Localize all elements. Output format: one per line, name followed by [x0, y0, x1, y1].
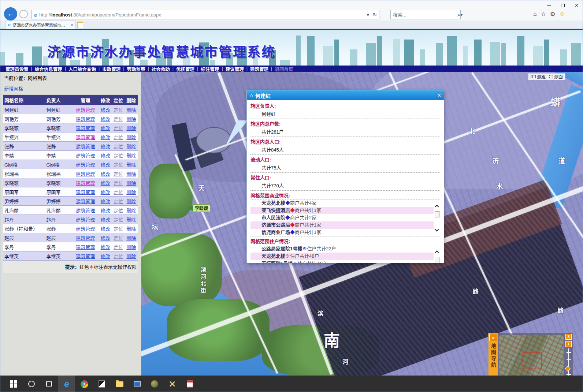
modify-link[interactable]: 修改 — [101, 226, 110, 232]
scroll-up-icon[interactable] — [435, 250, 439, 254]
modify-link[interactable]: 修改 — [101, 162, 110, 168]
chrome-taskbar-icon[interactable] — [76, 376, 93, 392]
feedback-smiley-icon[interactable]: ☺ — [559, 11, 565, 18]
back-button[interactable]: ← — [4, 7, 17, 20]
modify-link[interactable]: 修改 — [101, 171, 110, 177]
devices-taskbar-icon[interactable] — [129, 376, 145, 392]
new-tab-button[interactable] — [77, 22, 83, 28]
building-manage-link[interactable]: 建筑管理 — [76, 217, 95, 223]
home-icon[interactable]: ⌂ — [533, 11, 537, 18]
locate-link[interactable]: 定位 — [114, 171, 123, 177]
popup-list-item[interactable]: 天坛医院1号楼※住户共计31户 — [250, 260, 434, 263]
locate-link[interactable]: 定位 — [114, 116, 123, 122]
tab-close-icon[interactable]: × — [71, 22, 73, 27]
modify-link[interactable]: 修改 — [101, 190, 110, 195]
modify-link[interactable]: 修改 — [101, 126, 110, 131]
maximize-button[interactable] — [561, 4, 565, 7]
search-input[interactable] — [393, 12, 457, 18]
modify-link[interactable]: 修改 — [101, 153, 110, 158]
autocomplete-dropdown-icon[interactable]: ▾ — [367, 12, 370, 18]
forward-button[interactable]: → — [19, 10, 28, 18]
nav-item-0[interactable]: 管理员设置 — [4, 66, 30, 72]
nav-item-1[interactable]: 综合信息管理 — [33, 66, 64, 72]
scroll-down-icon[interactable] — [435, 227, 439, 231]
delete-link[interactable]: 删除 — [126, 235, 136, 241]
popup-list-item[interactable]: 亚飞快捷酒店◆商户共计1家 — [250, 207, 434, 214]
measure-distance-button[interactable]: 测距 — [531, 74, 546, 80]
locate-link[interactable]: 定位 — [114, 199, 123, 204]
locate-link[interactable]: 定位 — [114, 217, 123, 223]
delete-link[interactable]: 删除 — [126, 107, 136, 113]
scroll-thumb[interactable] — [435, 257, 439, 263]
nav-item-6[interactable]: 优抚管理 — [175, 66, 196, 72]
minimap-viewport-rect[interactable] — [523, 352, 542, 369]
building-manage-link[interactable]: 建筑管理 — [76, 135, 95, 140]
nav-item-9[interactable]: 建筑管理 — [249, 66, 270, 72]
nav-item-4[interactable]: 劳动监察 — [126, 66, 147, 72]
delete-link[interactable]: 删除 — [126, 126, 136, 131]
locate-link[interactable]: 定位 — [114, 235, 123, 241]
scroll-up-icon[interactable] — [435, 205, 439, 209]
address-bar[interactable]: e http://localhost:88/admin/popedom/Pope… — [31, 10, 379, 19]
map-marker[interactable]: 李晓颖 — [188, 204, 210, 212]
building-manage-link[interactable]: 建筑管理 — [76, 153, 95, 158]
modify-link[interactable]: 修改 — [101, 180, 110, 186]
search-icon[interactable]: ⌕ — [457, 11, 461, 18]
start-taskbar-icon[interactable] — [5, 376, 22, 392]
locate-link[interactable]: 定位 — [114, 126, 123, 131]
delete-link[interactable]: 删除 — [126, 199, 136, 204]
nav-item-2[interactable]: 人口综合查询 — [67, 66, 97, 72]
delete-link[interactable]: 删除 — [126, 244, 136, 250]
locate-link[interactable]: 定位 — [114, 162, 123, 168]
locate-link[interactable]: 定位 — [114, 190, 123, 195]
building-manage-link[interactable]: 建筑管理 — [76, 107, 95, 113]
locate-link[interactable]: 定位 — [114, 244, 123, 250]
modify-link[interactable]: 修改 — [101, 244, 110, 250]
building-manage-link[interactable]: 建筑管理 — [76, 235, 95, 241]
locate-link[interactable]: 定位 — [114, 208, 123, 213]
modify-link[interactable]: 修改 — [101, 144, 110, 149]
popup-list-item[interactable]: 公路局家属院1号楼※住户共计22户 — [250, 245, 434, 253]
delete-link[interactable]: 删除 — [126, 153, 136, 158]
popup-list-item[interactable]: 天龙苑北楼◆商户共计4家 — [250, 199, 434, 207]
modify-link[interactable]: 修改 — [101, 135, 110, 140]
locate-link[interactable]: 定位 — [114, 135, 123, 140]
locate-link[interactable]: 定位 — [114, 226, 123, 232]
delete-link[interactable]: 删除 — [126, 171, 136, 177]
search-dropdown-icon[interactable]: ▾ — [461, 13, 463, 17]
minimize-button[interactable] — [547, 5, 551, 6]
modify-link[interactable]: 修改 — [101, 116, 110, 122]
nav-item-5[interactable]: 社会救助 — [150, 66, 171, 72]
add-grid-link[interactable]: 新增网格 — [4, 86, 23, 92]
popup-list-item[interactable]: 天龙苑北楼※住户共计48户 — [250, 253, 434, 260]
browser-tab[interactable]: e 济源市济水办事处智慧城市… × — [5, 20, 76, 29]
scroll-thumb[interactable] — [435, 211, 439, 217]
building-manage-link[interactable]: 建筑管理 — [76, 244, 95, 250]
nav-item-7[interactable]: 标注管理 — [199, 66, 220, 72]
modify-link[interactable]: 修改 — [101, 208, 110, 213]
delete-link[interactable]: 删除 — [126, 254, 136, 259]
minimap-image[interactable] — [499, 335, 564, 376]
building-manage-link[interactable]: 建筑管理 — [76, 144, 95, 149]
delete-link[interactable]: 删除 — [126, 217, 136, 223]
popup-list-item[interactable]: 济源市公路局◆商户共计1家 — [250, 221, 434, 229]
building-manage-link[interactable]: 建筑管理 — [76, 199, 95, 204]
notepad-taskbar-icon[interactable] — [93, 376, 110, 392]
building-manage-link[interactable]: 建筑管理 — [76, 208, 95, 213]
building-manage-link[interactable]: 建筑管理 — [76, 180, 95, 186]
map-canvas[interactable]: 蟒天坛滨河北街滨河南济水道路路北 测距 测面 李晓颖 ⌂ 何建红 × 辖区负责人… — [141, 72, 583, 376]
popup-list-item[interactable]: 信尧商业广场◆商户共计1家 — [250, 229, 434, 236]
delete-link[interactable]: 删除 — [126, 208, 136, 213]
zoom-slider-knob[interactable] — [565, 366, 571, 372]
document-red-taskbar-icon[interactable] — [181, 376, 198, 392]
game-taskbar-icon[interactable] — [146, 376, 163, 392]
delete-link[interactable]: 删除 — [126, 144, 136, 149]
delete-link[interactable]: 删除 — [126, 116, 136, 122]
file-explorer-taskbar-icon[interactable] — [111, 376, 128, 392]
search-box[interactable]: ⌕ ▾ — [390, 10, 461, 19]
delete-link[interactable]: 删除 — [126, 180, 136, 186]
nav-item-8[interactable]: 建议管理 — [224, 66, 245, 72]
nav-item-3[interactable]: 市政管理 — [101, 66, 122, 72]
zoom-in-button[interactable]: + — [565, 341, 572, 347]
modify-link[interactable]: 修改 — [101, 217, 110, 223]
